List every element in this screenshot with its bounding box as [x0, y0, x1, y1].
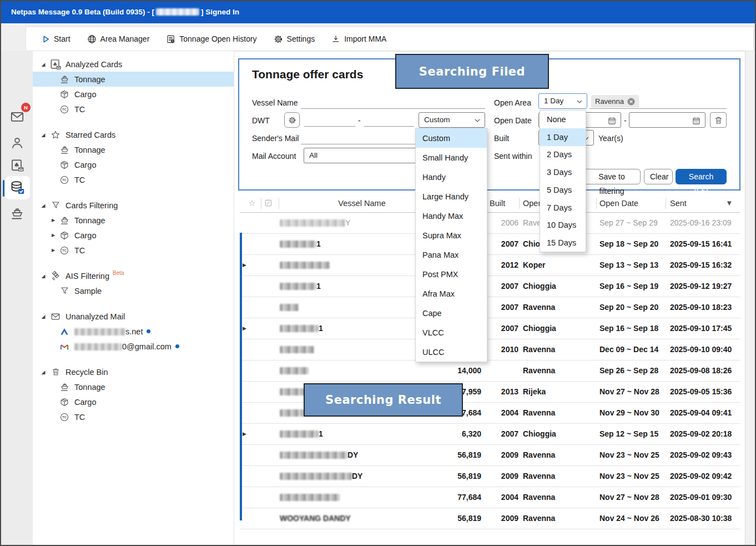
dropdown-option-pana-max[interactable]: Pana Max	[416, 245, 487, 264]
tree-expanded-icon[interactable]: ◢	[37, 273, 49, 279]
table-row[interactable]: WOOYANG DANDY 56,819 2009 Ravenna Nov 24…	[240, 508, 740, 529]
rail-card-database-button[interactable]	[1, 177, 33, 199]
sidebar-item-mail-account[interactable]: s.net	[33, 324, 234, 339]
search-button[interactable]: Search (F5)	[676, 169, 727, 184]
section-label: Starred Cards	[65, 131, 115, 139]
sidebar-item-recycle-bin-cargo[interactable]: Cargo	[33, 394, 234, 409]
toolbar-area-manager-button[interactable]: Area Manager	[87, 34, 150, 44]
dropdown-option-custom[interactable]: Custom	[416, 128, 487, 148]
row-expander-icon[interactable]: ▶	[243, 424, 246, 444]
sidebar-item-recycle-bin-tonnage[interactable]: Tonnage	[33, 379, 234, 394]
edit-note-icon[interactable]	[264, 199, 273, 207]
tree-expanded-icon[interactable]: ◢	[37, 132, 49, 138]
section-label: Cards Filtering	[65, 201, 118, 210]
dropdown-option-7-days[interactable]: 7 Days	[540, 199, 586, 217]
table-row[interactable]: DY 56,819 2009 Ravenna Nov 23 ~ Nov 25 2…	[240, 466, 740, 487]
rail-mail-button[interactable]: N	[1, 106, 33, 128]
sidebar-item-cards-filtering-tonnage[interactable]: ▶ Tonnage	[33, 213, 234, 228]
sidebar-section-unanalyzed-mail[interactable]: ◢ Unanalyzed Mail	[33, 309, 234, 324]
table-row[interactable]: 1 2007 Chioggia Sep 18 ~ Sep 20 2025-09-…	[240, 234, 740, 255]
table-row[interactable]: 2010 Ravenna Dec 09 ~ Dec 14 2025-09-10 …	[240, 339, 740, 360]
built-column-header[interactable]: Built	[490, 194, 505, 212]
tree-expanded-icon[interactable]: ◢	[37, 369, 49, 375]
table-row[interactable]: ▶ 1 6,320 2007 Chioggia Sep 12 ~ Sep 15 …	[240, 424, 740, 445]
tree-expanded-icon[interactable]: ◢	[37, 314, 49, 319]
toolbar-tonnage-open-history-button[interactable]: Tonnage Open History	[166, 34, 256, 44]
tree-collapsed-icon[interactable]: ▶	[48, 248, 58, 253]
tree-expanded-icon[interactable]: ◢	[37, 62, 49, 67]
dwt-min-input[interactable]	[304, 113, 355, 127]
dropdown-option-3-days[interactable]: 3 Days	[540, 163, 586, 181]
dropdown-option-5-days[interactable]: 5 Days	[540, 181, 586, 199]
sidebar-item-ais-filtering-sample[interactable]: Sample	[33, 283, 234, 298]
vessel-size-select[interactable]: Custom	[419, 112, 485, 128]
dropdown-option-handy[interactable]: Handy	[416, 167, 487, 187]
dropdown-option-supra-max[interactable]: Supra Max	[416, 226, 487, 245]
toolbar-settings-button[interactable]: Settings	[274, 34, 315, 44]
sidebar-section-ais-filtering[interactable]: ◢ AIS Filtering Beta	[33, 268, 234, 283]
cell-sent: 2025-09-10 18:23	[670, 297, 739, 317]
table-row[interactable]: 77,684 2004 Ravenna Nov 27 ~ Nov 28 2025…	[240, 487, 740, 508]
toolbar-import-mma-button[interactable]: Import MMA	[331, 34, 386, 43]
clear-dates-button[interactable]	[710, 112, 727, 128]
dropdown-option-afra-max[interactable]: Afra Max	[416, 284, 487, 303]
dropdown-option-cape[interactable]: Cape	[416, 303, 487, 323]
scroll-gutter[interactable]	[745, 51, 756, 546]
open-date-column-header[interactable]: Open Date	[599, 194, 638, 212]
dropdown-option-10-days[interactable]: 10 Days	[540, 217, 586, 234]
dropdown-option-15-days[interactable]: 15 Days	[540, 234, 586, 252]
dropdown-option-handy-max[interactable]: Handy Max	[416, 206, 487, 226]
save-to-filtering-button[interactable]: Save to filtering	[583, 169, 641, 184]
dropdown-option-small-handy[interactable]: Small Handy	[416, 148, 487, 167]
dropdown-option-none[interactable]: None	[540, 111, 586, 128]
table-row[interactable]: ▶ 1 2007 Chioggia Sep 16 ~ Sep 18 2025-0…	[240, 318, 740, 339]
row-expander-icon[interactable]: ▶	[243, 318, 246, 338]
star-column-header[interactable]: ☆	[245, 194, 259, 212]
dropdown-option-ulcc[interactable]: ULCC	[416, 342, 487, 362]
sidebar-item-analyzed-cards-cargo[interactable]: Cargo	[33, 87, 234, 102]
sidebar-section-recycle-bin[interactable]: ◢ Recycle Bin	[33, 364, 234, 379]
dwt-settings-button[interactable]	[284, 112, 300, 128]
dwt-max-input[interactable]	[364, 113, 414, 127]
vessel-name-input[interactable]	[301, 96, 485, 109]
sidebar-section-analyzed-cards[interactable]: ◢ ♠ Analyzed Cards	[33, 57, 234, 72]
row-expander-icon[interactable]: ▶	[243, 255, 246, 275]
sidebar-item-analyzed-cards-tc[interactable]: TC TC	[33, 102, 234, 117]
dropdown-option-post-pmx[interactable]: Post PMX	[416, 264, 487, 284]
sort-descending-icon[interactable]: ▼	[727, 194, 732, 212]
dropdown-option-1-day[interactable]: 1 Day	[540, 128, 586, 146]
ship-icon	[58, 144, 70, 155]
tree-collapsed-icon[interactable]: ▶	[48, 233, 58, 238]
dropdown-option-vlcc[interactable]: VLCC	[416, 323, 487, 342]
table-row[interactable]: DY 56,819 2009 Ravenna Nov 23 ~ Nov 25 2…	[240, 445, 740, 466]
table-row[interactable]: Y 2006 Ravenna Sep 27 ~ Sep 29 2025-09-1…	[240, 213, 740, 234]
sidebar-item-cards-filtering-tc[interactable]: ▶ TC TC	[33, 243, 234, 258]
table-row[interactable]: 1 2007 Chioggia Sep 16 ~ Sep 19 2025-09-…	[240, 276, 740, 297]
table-row[interactable]: 14,000 Ravenna Sep 26 ~ Sep 28 2025-09-0…	[240, 360, 740, 382]
rail-contacts-button[interactable]	[1, 132, 33, 154]
sidebar-item-starred-cards-cargo[interactable]: Cargo	[33, 157, 234, 172]
table-row[interactable]: ▶ 2012 Koper Sep 13 ~ Sep 13 2025-09-15 …	[240, 255, 740, 276]
table-row[interactable]: 2007 Ravenna Sep 20 ~ Sep 20 2025-09-10 …	[240, 297, 740, 318]
sidebar-item-cards-filtering-cargo[interactable]: ▶ Cargo	[33, 228, 234, 243]
sidebar-item-analyzed-cards-tonnage[interactable]: Tonnage	[33, 72, 234, 87]
built-unit-label: Year(s)	[598, 131, 623, 146]
sidebar-item-starred-cards-tonnage[interactable]: Tonnage	[33, 142, 234, 157]
open-area-day-select[interactable]: 1 Day	[538, 93, 587, 109]
sent-column-header[interactable]: Sent	[670, 194, 687, 212]
sidebar-section-starred-cards[interactable]: ◢ Starred Cards	[33, 127, 234, 142]
dropdown-option-large-handy[interactable]: Large Handy	[416, 187, 487, 206]
sidebar-item-starred-cards-tc[interactable]: TC TC	[33, 172, 234, 187]
sidebar-item-recycle-bin-tc[interactable]: TC TC	[33, 409, 234, 424]
clear-button[interactable]: Clear	[644, 169, 673, 184]
open-date-to-input[interactable]	[629, 112, 705, 128]
dropdown-option-2-days[interactable]: 2 Days	[540, 146, 586, 164]
sidebar-item-mail-account[interactable]: 0@gmail.com	[33, 339, 234, 354]
tree-collapsed-icon[interactable]: ▶	[48, 218, 58, 223]
toolbar-start-button[interactable]: Start	[42, 34, 70, 43]
rail-vessels-button[interactable]	[1, 202, 33, 224]
remove-tag-icon[interactable]	[627, 98, 635, 106]
tree-expanded-icon[interactable]: ◢	[37, 203, 49, 208]
sidebar-section-cards-filtering[interactable]: ◢ Cards Filtering	[33, 198, 234, 213]
rail-analyzed-cards-button[interactable]: ♠	[1, 154, 33, 177]
